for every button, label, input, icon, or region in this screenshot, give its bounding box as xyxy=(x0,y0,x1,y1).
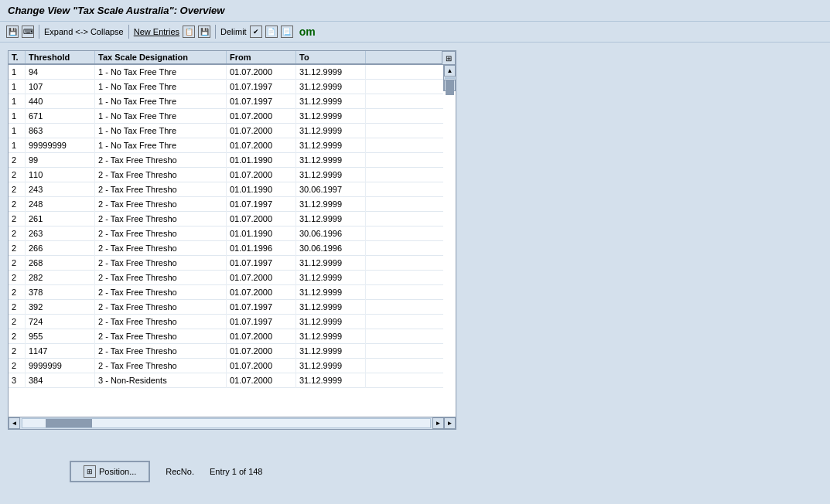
horizontal-scrollbar[interactable]: ◄ ► ► xyxy=(9,417,456,429)
toolbar: 💾 ⌨ Expand <-> Collapse New Entries 📋 💾 … xyxy=(0,22,830,43)
table-row[interactable]: 1999999991 - No Tax Free Thre01.07.20003… xyxy=(9,138,443,153)
position-icon: ⊞ xyxy=(84,465,96,478)
doc2-icon[interactable]: 📃 xyxy=(281,26,293,38)
delimit-btn[interactable]: Delimit xyxy=(220,27,247,36)
entry-info: Entry 1 of 148 xyxy=(210,467,263,476)
table-container: T. Threshold Tax Scale Designation From … xyxy=(8,50,456,430)
table-row[interactable]: 211472 - Tax Free Thresho01.07.200031.12… xyxy=(9,344,443,359)
table-row[interactable]: 299999992 - Tax Free Thresho01.07.200031… xyxy=(9,359,443,373)
expand-collapse-btn[interactable]: Expand <-> Collapse xyxy=(44,27,124,36)
col-header-threshold: Threshold xyxy=(26,51,95,63)
table-row[interactable]: 23782 - Tax Free Thresho01.07.200031.12.… xyxy=(9,285,443,300)
scroll-right2-btn[interactable]: ► xyxy=(444,417,456,429)
save-icon[interactable]: 💾 xyxy=(6,26,19,38)
doc-icon[interactable]: 📄 xyxy=(265,26,278,38)
table-row[interactable]: 14401 - No Tax Free Thre01.07.199731.12.… xyxy=(9,94,443,109)
scroll-track-v[interactable] xyxy=(445,77,455,79)
table-row[interactable]: 23922 - Tax Free Thresho01.07.199731.12.… xyxy=(9,300,443,315)
table-row[interactable]: 22682 - Tax Free Thresho01.07.199731.12.… xyxy=(9,256,443,271)
footer-area: ⊞ Position... RecNo. Entry 1 of 148 xyxy=(70,453,822,490)
scroll-thumb-h[interactable] xyxy=(46,419,92,427)
check-icon[interactable]: ✔ xyxy=(250,26,262,38)
scroll-left-btn[interactable]: ◄ xyxy=(9,417,20,429)
table-row[interactable]: 29552 - Tax Free Thresho01.07.200031.12.… xyxy=(9,329,443,344)
table-row[interactable]: 18631 - No Tax Free Thre01.07.200031.12.… xyxy=(9,124,443,138)
table-row[interactable]: 22432 - Tax Free Thresho01.01.199030.06.… xyxy=(9,182,443,197)
vertical-scrollbar[interactable]: ▲ ▼ xyxy=(443,65,456,91)
position-button[interactable]: ⊞ Position... xyxy=(70,461,150,482)
scroll-thumb-v[interactable] xyxy=(446,80,454,95)
table-row[interactable]: 22482 - Tax Free Thresho01.07.199731.12.… xyxy=(9,197,443,212)
table-row[interactable]: 22662 - Tax Free Thresho01.01.199630.06.… xyxy=(9,241,443,256)
col-header-to: To xyxy=(296,51,366,63)
table-row[interactable]: 22632 - Tax Free Thresho01.01.199030.06.… xyxy=(9,226,443,241)
corner-resize-icon[interactable]: ⊞ xyxy=(442,51,456,65)
table-body: 1941 - No Tax Free Thre01.07.200031.12.9… xyxy=(9,65,443,417)
new-entries-btn[interactable]: New Entries xyxy=(134,27,179,36)
col-header-from: From xyxy=(227,51,296,63)
save2-icon[interactable]: 💾 xyxy=(198,26,210,38)
col-header-designation: Tax Scale Designation xyxy=(95,51,227,63)
scroll-track-h[interactable] xyxy=(22,418,431,428)
title-bar: Change View "Tax Scale Australia": Overv… xyxy=(0,0,830,22)
table-row[interactable]: 33843 - Non-Residents01.07.200031.12.999… xyxy=(9,373,443,388)
table-row[interactable]: 2992 - Tax Free Thresho01.01.199031.12.9… xyxy=(9,153,443,168)
scroll-right-btn[interactable]: ► xyxy=(432,417,444,429)
scroll-up-btn[interactable]: ▲ xyxy=(444,65,456,77)
recno-label: RecNo. xyxy=(166,467,194,476)
table-row[interactable]: 1941 - No Tax Free Thre01.07.200031.12.9… xyxy=(9,65,443,80)
main-content: T. Threshold Tax Scale Designation From … xyxy=(0,43,830,498)
table-header: T. Threshold Tax Scale Designation From … xyxy=(9,51,456,65)
table-row[interactable]: 16711 - No Tax Free Thre01.07.200031.12.… xyxy=(9,109,443,124)
table-row[interactable]: 11071 - No Tax Free Thre01.07.199731.12.… xyxy=(9,80,443,94)
copy-icon[interactable]: 📋 xyxy=(183,26,195,38)
page-title: Change View "Tax Scale Australia": Overv… xyxy=(8,5,224,16)
table-row[interactable]: 22612 - Tax Free Thresho01.07.200031.12.… xyxy=(9,212,443,226)
scroll-right-btns: ► ► xyxy=(432,417,456,429)
om-text: om xyxy=(299,26,316,38)
shortcut-icon[interactable]: ⌨ xyxy=(22,26,34,38)
table-row[interactable]: 27242 - Tax Free Thresho01.07.199731.12.… xyxy=(9,315,443,329)
col-header-t: T. xyxy=(9,51,26,63)
table-row[interactable]: 22822 - Tax Free Thresho01.07.200031.12.… xyxy=(9,271,443,285)
table-row[interactable]: 21102 - Tax Free Thresho01.07.200031.12.… xyxy=(9,168,443,182)
